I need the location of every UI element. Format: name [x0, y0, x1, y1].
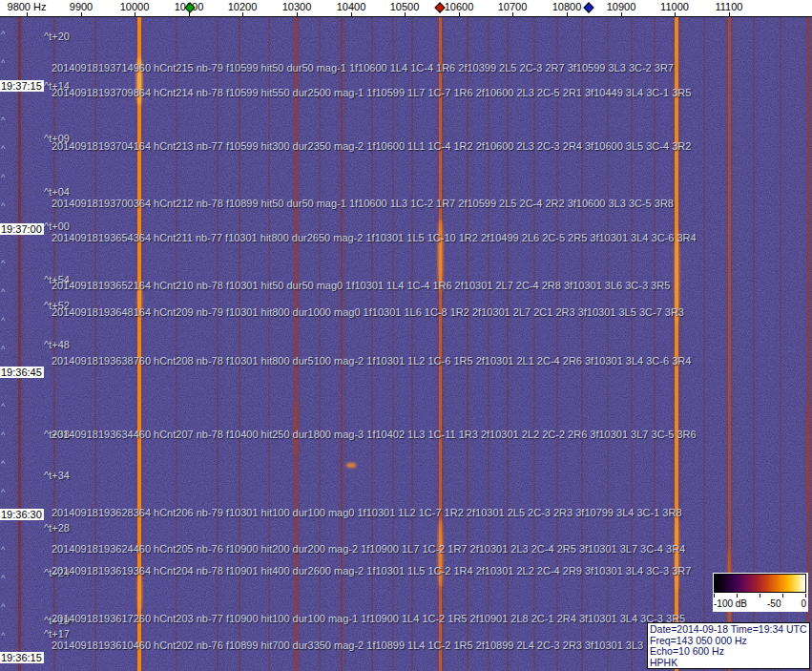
- event-data-line: 20140918193624460 hCnt205 nb-76 f10900 h…: [52, 544, 685, 555]
- event-data-line: 20140918193652164 hCnt210 nb-78 f10301 h…: [52, 281, 670, 291]
- freq-tick-mark: [567, 12, 568, 16]
- time-tick-mark: ^: [1, 31, 5, 39]
- event-time-marker: ^t+48: [44, 340, 70, 350]
- time-tick-mark: ^: [1, 145, 5, 154]
- info-station: HPHK: [650, 658, 807, 669]
- time-tick-mark: ^: [1, 346, 5, 354]
- time-tick-mark: ^: [1, 288, 5, 297]
- freq-tick-mark: [729, 12, 730, 16]
- legend-tick-mark: [805, 594, 806, 598]
- event-data-line: 20140918193610460 hCnt202 nb-76 f10899 h…: [52, 640, 691, 651]
- freq-tick-mark: [27, 12, 28, 16]
- freq-tick-mark: [242, 12, 243, 16]
- frequency-axis: 9800 Hz990010000101001020010300104001050…: [0, 0, 812, 17]
- legend-min-label: -100 dB: [714, 598, 747, 609]
- time-tick-mark: ^: [1, 575, 5, 583]
- event-data-line: 20140918193638760 hCnt208 nb-78 f10301 h…: [52, 356, 691, 367]
- color-scale-legend: -100 dB -50 0: [713, 573, 808, 612]
- legend-tick-mark: [760, 594, 760, 598]
- freq-tick-mark: [621, 12, 622, 16]
- legend-tick-mark: [782, 594, 783, 598]
- time-tick-mark: ^: [1, 317, 5, 325]
- freq-tick-mark: [459, 12, 460, 16]
- time-label: 19:36:15: [0, 652, 44, 663]
- legend-tick-mark: [737, 594, 738, 598]
- event-data-line: 20140918193628364 hCnt206 nb-79 f10301 h…: [52, 508, 682, 518]
- time-tick-mark: ^: [1, 59, 5, 68]
- freq-tick-label: 9800 Hz: [8, 1, 47, 12]
- freq-tick-mark: [405, 12, 406, 16]
- freq-tick-label: 10600: [445, 1, 474, 12]
- status-info-box: Date=2014-09-18 Time=19:34 UTC Freq=143 …: [647, 622, 810, 669]
- freq-tick-label: 10900: [607, 1, 636, 12]
- signal-trace-line: [703, 17, 705, 671]
- freq-tick-mark: [81, 12, 82, 16]
- event-time-marker: ^t+28: [44, 523, 70, 534]
- event-time-marker: ^t+34: [44, 471, 70, 481]
- freq-tick-label: 11100: [716, 1, 743, 12]
- info-date-time: Date=2014-09-18 Time=19:34 UTC: [650, 624, 807, 636]
- freq-tick-label: 10800: [552, 1, 582, 12]
- color-scale-gradient: [714, 574, 806, 593]
- time-tick-mark: ^: [1, 116, 5, 125]
- time-tick-mark: ^: [1, 632, 5, 640]
- time-tick-mark: ^: [1, 174, 5, 182]
- time-tick-mark: ^: [1, 431, 5, 440]
- event-time-marker: ^t+04: [44, 187, 70, 198]
- time-tick-mark: ^: [1, 546, 5, 555]
- event-data-line: 20140918193648164 hCnt209 nb-79 f10301 h…: [52, 307, 684, 318]
- event-data-line: 20140918193709864 hCnt214 nb-78 f10599 h…: [52, 88, 691, 98]
- freq-tick-mark: [675, 12, 676, 16]
- event-data-line: 20140918193654364 hCnt211 nb-77 f10301 h…: [52, 233, 697, 243]
- freq-tick-mark: [351, 12, 352, 16]
- event-data-line: 20140918193700364 hCnt212 nb-78 f10899 h…: [52, 199, 674, 209]
- time-label: 19:36:45: [0, 367, 44, 378]
- freq-tick-label: 10500: [390, 1, 420, 12]
- legend-max-label: 0: [801, 598, 806, 609]
- event-data-line: 20140918193704164 hCnt213 nb-77 f10599 h…: [52, 141, 691, 152]
- time-tick-mark: ^: [1, 260, 5, 268]
- time-label: 19:37:15: [0, 80, 44, 92]
- freq-tick-label: 10200: [228, 1, 258, 12]
- signal-blob: [137, 573, 142, 611]
- time-tick-mark: ^: [1, 489, 5, 497]
- time-label: 19:37:00: [0, 223, 44, 235]
- time-tick-mark: ^: [1, 403, 5, 411]
- freq-tick-label: 10700: [498, 1, 528, 12]
- signal-trace-line: [18, 17, 21, 671]
- event-data-line: 20140918193714960 hCnt215 nb-79 f10599 h…: [52, 63, 674, 73]
- event-data-line: 20140918193619364 hCnt204 nb-78 f10901 h…: [52, 566, 691, 577]
- info-echo: Echo=10 600 Hz: [650, 646, 807, 658]
- spectrogram-window: 9800 Hz990010000101001020010300104001050…: [0, 0, 812, 671]
- event-time-marker: ^t+00: [44, 221, 70, 232]
- freq-tick-mark: [297, 12, 298, 16]
- legend-tick-mark: [714, 594, 715, 598]
- freq-tick-label: 10300: [282, 1, 312, 12]
- blue-diamond-marker: [583, 2, 593, 12]
- freq-tick-label: 9900: [70, 1, 93, 12]
- legend-mid-label: -50: [767, 598, 781, 609]
- freq-tick-label: 11000: [660, 1, 689, 12]
- freq-tick-mark: [135, 12, 135, 16]
- signal-blob: [806, 401, 810, 515]
- time-tick-mark: ^: [1, 460, 5, 469]
- event-data-line: 20140918193617260 hCnt203 nb-77 f10900 h…: [52, 614, 685, 624]
- freq-tick-label: 10000: [120, 1, 150, 12]
- signal-blob: [346, 463, 356, 468]
- event-time-marker: ^t+17: [44, 629, 70, 640]
- time-tick-mark: ^: [1, 202, 5, 211]
- time-label: 19:36:30: [0, 509, 44, 520]
- time-tick-mark: ^: [1, 603, 5, 612]
- event-data-line: 20140918193634460 hCnt207 nb-78 f10400 h…: [52, 430, 697, 440]
- legend-labels: -100 dB -50 0: [714, 598, 806, 609]
- event-time-marker: ^t+20: [44, 31, 70, 42]
- freq-tick-mark: [512, 12, 513, 16]
- freq-tick-label: 10400: [337, 1, 366, 12]
